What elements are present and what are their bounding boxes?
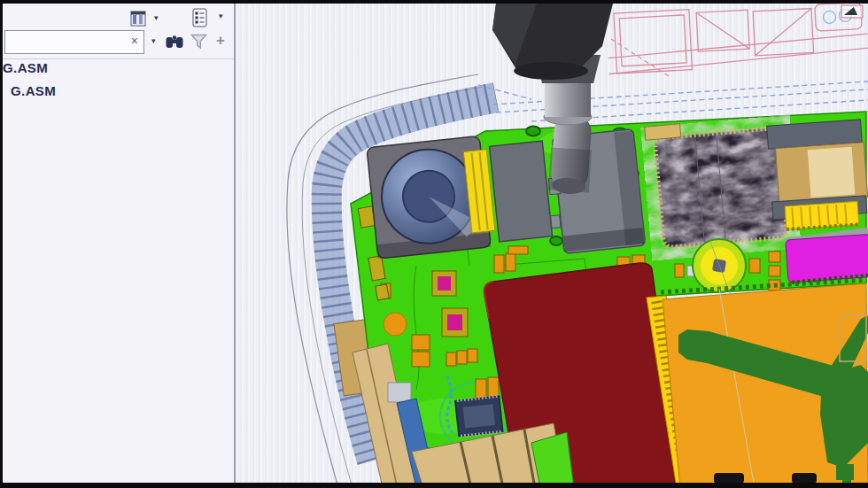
frame-bar-top <box>0 0 868 4</box>
add-filter-button[interactable]: + <box>212 32 229 50</box>
search-clear-icon[interactable]: × <box>131 34 138 48</box>
panel-splitter[interactable] <box>234 4 236 483</box>
flex-antenna-film[interactable] <box>663 283 868 488</box>
connector-ribbed-yellow[interactable] <box>785 201 859 229</box>
plus-icon: + <box>216 32 225 50</box>
model-tree-panel: ▾ ▾ × ▾ <box>3 4 234 483</box>
tree-search-box: × <box>4 30 144 54</box>
binoculars-icon <box>166 35 183 49</box>
show-columns-icon <box>128 9 148 28</box>
frame-bar-left <box>0 0 3 488</box>
frame-bar-bottom <box>0 483 868 488</box>
show-menu-arrow-icon[interactable]: ▾ <box>154 14 159 22</box>
shield-gray[interactable] <box>490 141 553 242</box>
wireframe-annotation-icon <box>841 5 863 18</box>
emi-shield-textured[interactable] <box>645 115 787 249</box>
settings-list-icon <box>189 7 210 28</box>
tree-settings-button[interactable] <box>187 5 212 30</box>
cad-application-window: ▾ ▾ × ▾ <box>0 0 868 488</box>
panel-separator <box>3 58 234 59</box>
filter-funnel-icon <box>190 34 207 50</box>
tree-item-assembly-2[interactable]: G.ASM <box>11 83 56 101</box>
show-columns-button[interactable] <box>127 7 150 30</box>
settings-menu-arrow-icon[interactable]: ▾ <box>219 12 223 20</box>
ic-chip-navy[interactable] <box>455 396 503 436</box>
search-menu-arrow-icon[interactable]: ▾ <box>151 37 156 45</box>
filter-button[interactable] <box>189 32 208 51</box>
tree-search-input[interactable] <box>7 32 126 52</box>
find-button[interactable] <box>165 33 184 50</box>
tree-item-assembly-1[interactable]: G.ASM <box>3 60 48 78</box>
